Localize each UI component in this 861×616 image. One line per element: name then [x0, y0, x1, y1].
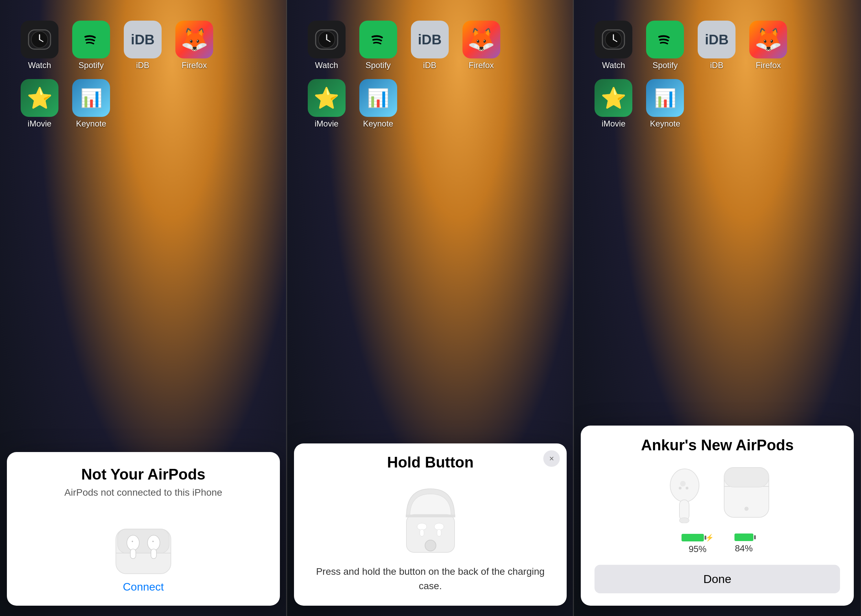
sheet1-title: Not Your AirPods — [81, 466, 205, 483]
done-button[interactable]: Done — [595, 565, 840, 593]
app-keynote-1[interactable]: 📊 Keynote — [69, 79, 113, 134]
imovie-label-3: iMovie — [602, 119, 625, 129]
svg-point-32 — [680, 481, 686, 486]
app-spotify-1[interactable]: Spotify — [69, 20, 113, 75]
keynote-label-3: Keynote — [650, 119, 680, 129]
app-firefox-3[interactable]: 🦊 Firefox — [746, 20, 790, 75]
keynote-icon-2: 📊 — [359, 79, 397, 117]
imovie-icon-1: ⭐ — [20, 79, 58, 117]
app-grid-3: Watch Spotify iDB iDB 🦊 Firefox — [591, 20, 790, 134]
app-watch-3[interactable]: Watch — [591, 20, 636, 75]
svg-point-21 — [425, 540, 436, 551]
keynote-label-2: Keynote — [363, 119, 394, 129]
spotify-label-2: Spotify — [365, 61, 390, 70]
sheet2-body: Press and hold the button on the back of… — [308, 564, 553, 593]
svg-point-10 — [148, 535, 160, 550]
airpods-in-case-illustration — [105, 508, 181, 577]
svg-point-40 — [745, 507, 749, 511]
firefox-icon-2: 🦊 — [463, 20, 500, 58]
watch-label-2: Watch — [315, 61, 338, 70]
spotify-label-1: Spotify — [79, 61, 104, 70]
imovie-star-1: ⭐ — [27, 86, 53, 110]
battery-right: 84% — [735, 533, 753, 555]
battery-right-bar — [735, 533, 753, 541]
firefox-label-1: Firefox — [181, 61, 207, 70]
app-firefox-2[interactable]: 🦊 Firefox — [459, 20, 504, 75]
idb-label-3: iDB — [710, 61, 724, 70]
idb-label-2: iDB — [423, 61, 436, 70]
svg-rect-6 — [118, 529, 169, 553]
battery-left-pct: 95% — [689, 544, 707, 555]
watch-icon-2 — [308, 20, 346, 58]
panel2-divider — [573, 0, 573, 616]
svg-point-13 — [152, 541, 154, 542]
app-imovie-1[interactable]: ⭐ iMovie — [17, 79, 62, 134]
panel-2: Watch Spotify iDB iDB 🦊 Firefox — [287, 0, 574, 616]
keynote-icon-1: 📊 — [72, 79, 110, 117]
svg-rect-39 — [724, 467, 769, 487]
spotify-icon-2 — [359, 20, 397, 58]
app-idb-2[interactable]: iDB iDB — [408, 20, 452, 75]
firefox-icon-3: 🦊 — [749, 20, 787, 58]
idb-label-1: iDB — [136, 61, 150, 70]
app-spotify-2[interactable]: Spotify — [356, 20, 401, 75]
battery-right-pct: 84% — [735, 543, 753, 554]
svg-rect-24 — [420, 530, 424, 536]
imovie-icon-3: ⭐ — [595, 79, 632, 117]
svg-rect-11 — [151, 549, 156, 559]
svg-rect-25 — [437, 530, 441, 536]
app-grid-1: Watch Spotify iDB iDB 🦊 — [17, 20, 217, 134]
svg-point-8 — [127, 535, 139, 550]
app-keynote-2[interactable]: 📊 Keynote — [356, 79, 401, 134]
idb-icon-3: iDB — [698, 20, 735, 58]
watch-label-3: Watch — [602, 61, 625, 70]
svg-point-36 — [680, 518, 689, 523]
app-grid-2: Watch Spotify iDB iDB 🦊 Firefox — [304, 20, 504, 134]
sheet1-subtitle: AirPods not connected to this iPhone — [64, 487, 222, 498]
firefox-emoji-1: 🦊 — [181, 27, 208, 53]
imovie-label-1: iMovie — [27, 119, 51, 129]
sheet-not-your-airpods: Not Your AirPods AirPods not connected t… — [7, 452, 280, 606]
sheet3-title: Ankur's New AirPods — [641, 437, 793, 454]
app-keynote-3[interactable]: 📊 Keynote — [643, 79, 687, 134]
watch-icon-1 — [20, 20, 58, 58]
svg-rect-9 — [130, 549, 136, 559]
firefox-icon-1: 🦊 — [175, 20, 213, 58]
app-imovie-3[interactable]: ⭐ iMovie — [591, 79, 636, 134]
app-watch-1[interactable]: Watch — [17, 20, 62, 75]
sheet-connected: Ankur's New AirPods — [581, 426, 854, 606]
svg-point-22 — [417, 523, 427, 530]
app-spotify-3[interactable]: Spotify — [643, 20, 687, 75]
sheet-hold-button: × Hold Button Press and hold the button … — [294, 443, 567, 606]
idb-text-1: iDB — [131, 32, 155, 47]
spotify-icon-1 — [72, 20, 110, 58]
watch-icon-3 — [595, 20, 632, 58]
spotify-icon-3 — [646, 20, 684, 58]
sheet2-title: Hold Button — [387, 454, 474, 471]
svg-point-12 — [132, 541, 133, 542]
battery-left-bar: ⚡ — [682, 533, 714, 542]
connect-button[interactable]: Connect — [123, 581, 164, 593]
battery-left: ⚡ 95% — [682, 533, 714, 555]
app-firefox-1[interactable]: 🦊 Firefox — [172, 20, 217, 75]
battery-right-fill — [735, 533, 753, 541]
svg-rect-35 — [680, 500, 689, 520]
svg-rect-20 — [406, 515, 455, 517]
panel-3: Watch Spotify iDB iDB 🦊 Firefox — [574, 0, 861, 616]
keynote-icon-3: 📊 — [646, 79, 684, 117]
panel1-divider — [286, 0, 287, 616]
firefox-label-2: Firefox — [469, 61, 494, 70]
airpods-pair — [662, 461, 772, 523]
hold-button-case-illustration — [393, 475, 468, 558]
app-watch-2[interactable]: Watch — [304, 20, 349, 75]
keynote-label-1: Keynote — [76, 119, 106, 129]
app-idb-3[interactable]: iDB iDB — [694, 20, 739, 75]
close-button[interactable]: × — [543, 450, 560, 467]
svg-point-33 — [679, 487, 682, 489]
spotify-label-3: Spotify — [653, 61, 678, 70]
app-idb-1[interactable]: iDB iDB — [120, 20, 165, 75]
app-imovie-2[interactable]: ⭐ iMovie — [304, 79, 349, 134]
battery-left-fill — [682, 534, 704, 541]
imovie-icon-2: ⭐ — [308, 79, 346, 117]
svg-point-23 — [434, 523, 444, 530]
